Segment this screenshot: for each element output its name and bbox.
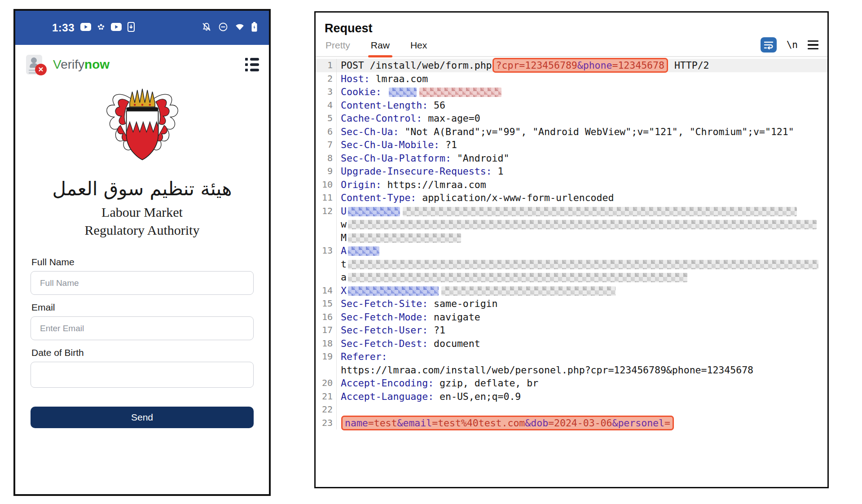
request-line: 2Host: lmraa.com <box>316 72 827 86</box>
request-line: 20Accept-Encoding: gzip, deflate, br <box>316 377 827 390</box>
line-content: Content-Length: 56 <box>336 99 827 112</box>
request-line: t <box>316 258 827 271</box>
line-content: Cookie: <box>336 85 827 99</box>
highlight-box: name=test&email=test%40test.com&dob=2024… <box>341 416 674 430</box>
brand-letter-v: V <box>53 57 61 71</box>
line-number: 3 <box>316 85 336 99</box>
tab-hex[interactable]: Hex <box>410 40 427 56</box>
line-content: Sec-Fetch-User: ?1 <box>336 324 827 337</box>
line-number: 21 <box>316 390 336 403</box>
request-viewer-panel: Request Pretty Raw Hex \n 1POST /install… <box>314 11 829 488</box>
line-number <box>316 258 336 271</box>
request-line: 10Origin: https://lmraa.com <box>316 178 827 192</box>
line-content: name=test&email=test%40test.com&dob=2024… <box>336 416 827 430</box>
dob-input[interactable] <box>31 362 254 388</box>
line-content: POST /install/web/form.php?cpr=123456789… <box>336 59 827 72</box>
redacted-text-red <box>419 88 501 97</box>
request-line: 6Sec-Ch-Ua: "Not A(Brand";v="99", "Andro… <box>316 125 827 139</box>
request-line: 22 <box>316 403 827 416</box>
redacted-text-blue <box>348 286 439 296</box>
line-content: w <box>336 218 827 231</box>
youtube-notification-icon-2 <box>111 23 122 33</box>
lmra-arabic-name: هيئة تنظيم سوق العمل <box>15 178 269 200</box>
lmra-english-line2: Regulatory Authority <box>15 221 269 239</box>
redacted-text-gray <box>348 260 818 269</box>
wifi-icon <box>235 22 245 33</box>
brand-now: now <box>84 57 110 71</box>
line-number: 14 <box>316 284 336 298</box>
line-number: 7 <box>316 138 336 152</box>
line-number: 18 <box>316 337 336 351</box>
line-content: Sec-Ch-Ua-Mobile: ?1 <box>336 138 827 152</box>
line-content: Sec-Fetch-Site: same-origin <box>336 297 827 311</box>
app-brand: Verifynow <box>53 57 110 72</box>
request-line: 18Sec-Fetch-Dest: document <box>316 337 827 351</box>
menu-list-icon[interactable] <box>245 58 259 71</box>
full-name-input[interactable] <box>31 271 254 295</box>
line-content: Sec-Fetch-Dest: document <box>336 337 827 351</box>
request-line: 7Sec-Ch-Ua-Mobile: ?1 <box>316 138 827 152</box>
line-content: Sec-Ch-Ua: "Not A(Brand";v="99", "Androi… <box>336 125 827 139</box>
line-number: 15 <box>316 297 336 311</box>
request-line: 4Content-Length: 56 <box>316 99 827 112</box>
active-tab-underline <box>368 55 392 57</box>
tab-pretty[interactable]: Pretty <box>325 40 350 56</box>
request-line: https://lmraa.com/install/web/personel.p… <box>316 364 827 377</box>
app-header: ✕ Verifynow <box>15 45 269 79</box>
verifynow-app-icon: ✕ <box>25 54 47 75</box>
request-tabs-bar: Pretty Raw Hex \n <box>316 35 827 57</box>
lmra-english-line1: Labour Market <box>15 203 269 221</box>
request-line: 12U <box>316 205 827 218</box>
youtube-notification-icon <box>80 23 91 33</box>
full-name-label: Full Name <box>31 257 254 267</box>
line-number: 2 <box>316 72 336 86</box>
lmra-english-name: Labour Market Regulatory Authority <box>15 203 269 239</box>
request-line: M <box>316 231 827 245</box>
line-number: 10 <box>316 178 336 192</box>
request-line: 13A <box>316 244 827 258</box>
request-line: 17Sec-Fetch-User: ?1 <box>316 324 827 337</box>
line-number: 8 <box>316 152 336 165</box>
line-content: A <box>336 244 827 258</box>
request-line: 23name=test&email=test%40test.com&dob=20… <box>316 416 827 430</box>
line-number: 6 <box>316 125 336 139</box>
line-content: U <box>336 205 827 218</box>
redacted-text-blue <box>348 246 379 256</box>
line-number: 23 <box>316 416 336 430</box>
line-number: 20 <box>316 377 336 390</box>
status-time: 1:33 <box>52 22 75 34</box>
line-number: 16 <box>316 311 336 324</box>
request-line: w <box>316 218 827 231</box>
line-content: Origin: https://lmraa.com <box>336 178 827 192</box>
line-number: 19 <box>316 350 336 364</box>
request-line: 11Content-Type: application/x-www-form-u… <box>316 191 827 205</box>
newline-toggle[interactable]: \n <box>787 39 798 50</box>
line-number: 5 <box>316 112 336 125</box>
redacted-text-blue <box>348 207 400 216</box>
line-content: Cache-Control: max-age=0 <box>336 112 827 125</box>
line-content <box>336 403 827 416</box>
redacted-text-gray <box>441 286 616 296</box>
send-button[interactable]: Send <box>31 407 254 428</box>
hamburger-menu-icon[interactable] <box>808 40 818 50</box>
line-content: Referer: <box>336 350 827 364</box>
line-content: Accept-Language: en-US,en;q=0.9 <box>336 390 827 403</box>
redacted-text-gray <box>403 207 797 216</box>
redacted-text-gray <box>348 220 817 229</box>
phone-screenshot-panel: 1:33 <box>13 9 271 496</box>
do-not-disturb-icon <box>218 22 228 34</box>
raw-request-editor[interactable]: 1POST /install/web/form.php?cpr=12345678… <box>316 59 827 429</box>
email-input[interactable] <box>31 316 254 340</box>
line-content: Upgrade-Insecure-Requests: 1 <box>336 165 827 178</box>
line-content: Sec-Fetch-Mode: navigate <box>336 311 827 324</box>
request-line: 9Upgrade-Insecure-Requests: 1 <box>316 165 827 178</box>
request-line: 14X <box>316 284 827 298</box>
line-content: https://lmraa.com/install/web/personel.p… <box>336 364 827 377</box>
line-number: 1 <box>316 59 336 72</box>
tab-raw[interactable]: Raw <box>371 40 390 56</box>
request-line: 8Sec-Ch-Ua-Platform: "Android" <box>316 152 827 165</box>
line-content: t <box>336 258 827 271</box>
request-line: 3Cookie: <box>316 85 827 99</box>
word-wrap-icon[interactable] <box>761 37 777 53</box>
line-number <box>316 218 336 231</box>
